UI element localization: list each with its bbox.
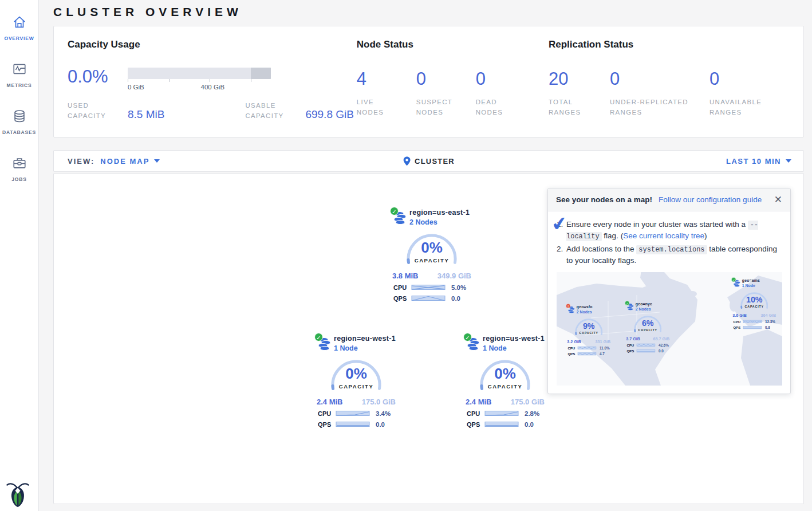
capacity-gauge: 9% CAPACITY xyxy=(573,317,605,336)
cpu-value: 12.3% xyxy=(765,320,775,324)
qps-value: 0.8 xyxy=(765,325,770,329)
capacity-gauge: 0% CAPACITY xyxy=(328,356,385,392)
qps-value: 0.0 xyxy=(525,421,534,428)
live-nodes-stat: 4 LIVE NODES xyxy=(357,70,416,118)
capacity-percent: 0% xyxy=(476,365,534,383)
cpu-row: CPU 2.8% xyxy=(462,410,548,417)
qps-row: QPS 0.8 xyxy=(731,325,778,329)
region-name: region=us-west-1 xyxy=(483,333,548,343)
region-card[interactable]: ✓ region=us-east-1 2 Nodes xyxy=(389,207,475,302)
qps-sparkline xyxy=(577,352,597,356)
region-card[interactable]: ✓ region=us-west-1 1 Node xyxy=(462,333,548,428)
capacity-label: CAPACITY xyxy=(739,305,770,308)
sidebar-item-jobs[interactable]: JOBS xyxy=(0,148,38,188)
region-name: geo=sfo xyxy=(577,304,613,309)
cpu-value: 42.6% xyxy=(659,343,669,347)
region-name: geo=ams xyxy=(742,277,778,282)
suspect-nodes-stat: 0 SUSPECT NODES xyxy=(416,70,476,118)
usable-capacity-stat: USABLE CAPACITY 699.8 GiB xyxy=(245,101,354,121)
qps-value: 0.0 xyxy=(451,295,460,302)
cpu-sparkline xyxy=(577,346,597,350)
configuration-guide-link[interactable]: Follow our configuration guide xyxy=(659,195,762,204)
status-badge: ✓ xyxy=(625,301,629,305)
view-label: VIEW: xyxy=(68,157,94,166)
breadcrumb[interactable]: CLUSTER xyxy=(403,151,455,171)
qps-sparkline xyxy=(743,325,762,329)
capacity-label: CAPACITY xyxy=(403,257,460,264)
qps-row: QPS 0.0 xyxy=(313,420,399,428)
replication-status-section: Replication Status 20 TOTAL RANGES 0 UND… xyxy=(549,39,790,137)
capacity-label: CAPACITY xyxy=(573,331,605,335)
region-card[interactable]: ! geo=sfo 2 Nodes xyxy=(565,304,613,356)
region-nodes-link: 1 Node xyxy=(742,284,778,288)
capacity-tick-label: 0 GiB xyxy=(128,84,144,91)
home-icon xyxy=(12,15,27,30)
capacity-percent: 0% xyxy=(328,365,385,383)
capacity-usage-title: Capacity Usage xyxy=(68,39,357,50)
region-total-capacity: 175.0 GiB xyxy=(511,398,545,406)
qps-value: 0.0 xyxy=(376,421,385,428)
cpu-value: 2.8% xyxy=(525,410,539,417)
capacity-label: CAPACITY xyxy=(476,383,534,390)
cpu-value: 11.0% xyxy=(600,346,610,350)
region-nodes-link[interactable]: 1 Node xyxy=(483,344,548,352)
cpu-row: CPU 12.3% xyxy=(731,320,778,324)
cpu-sparkline xyxy=(484,410,519,417)
region-used-capacity: 3.2 GiB xyxy=(567,339,581,344)
locality-tree-link[interactable]: See current locality tree xyxy=(623,231,704,240)
cpu-row: CPU 3.4% xyxy=(313,410,399,417)
capacity-percent: 10% xyxy=(739,295,770,305)
region-nodes-link[interactable]: 2 Nodes xyxy=(409,218,475,226)
page-title: CLUSTER OVERVIEW xyxy=(53,0,804,26)
region-total-capacity: 349.9 GiB xyxy=(437,272,471,280)
capacity-usage-section: Capacity Usage 0.0% 0 GiB 400 Gi xyxy=(68,39,357,137)
cpu-sparkline xyxy=(743,320,762,324)
capacity-gauge: 6% CAPACITY xyxy=(632,314,664,333)
sidebar-item-metrics[interactable]: METRICS xyxy=(0,54,38,94)
main-content: CLUSTER OVERVIEW Capacity Usage 0.0% xyxy=(39,0,812,504)
used-capacity-stat: USED CAPACITY 8.5 MiB xyxy=(68,101,164,121)
capacity-label: CAPACITY xyxy=(632,328,664,332)
region-total-capacity: 65.7 GiB xyxy=(653,336,670,341)
capacity-percent: 6% xyxy=(632,319,664,328)
sidebar-item-databases[interactable]: DATABASES xyxy=(0,101,38,141)
region-used-capacity: 2.4 MiB xyxy=(466,398,492,406)
cpu-row: CPU 5.0% xyxy=(389,284,475,291)
metrics-icon xyxy=(12,62,27,77)
status-badge: ✓ xyxy=(731,277,736,282)
time-range-dropdown[interactable]: LAST 10 MIN xyxy=(726,157,791,166)
cpu-sparkline xyxy=(636,343,656,347)
node-map-panel: ✓ region=us-east-1 2 Nodes xyxy=(53,173,804,504)
region-card[interactable]: ✓ geo=ams 1 Node xyxy=(731,277,778,329)
popup-step-1: 1. Ensure every node in your cluster was… xyxy=(557,219,781,242)
capacity-percent: 0% xyxy=(403,239,460,257)
qps-row: QPS 4.7 xyxy=(565,352,613,356)
region-card[interactable]: ✓ region=eu-west-1 1 Node xyxy=(313,333,399,428)
region-used-capacity: 3.8 MiB xyxy=(392,272,419,280)
sidebar-item-overview[interactable]: OVERVIEW xyxy=(0,7,38,47)
view-dropdown[interactable]: VIEW: NODE MAP xyxy=(68,157,160,166)
capacity-label: CAPACITY xyxy=(328,383,385,390)
region-total-capacity: 364 GiB xyxy=(761,313,776,317)
region-total-capacity: 175.0 GiB xyxy=(362,398,396,406)
region-used-capacity: 3.6 GiB xyxy=(732,313,747,317)
check-mark-icon: ✔ xyxy=(550,211,569,235)
status-badge: ! xyxy=(566,304,570,308)
capacity-gauge: 0% CAPACITY xyxy=(476,356,534,392)
map-pin-icon xyxy=(403,156,411,166)
region-nodes-link[interactable]: 1 Node xyxy=(334,344,399,352)
status-badge: ✓ xyxy=(463,333,472,341)
region-name: region=eu-west-1 xyxy=(334,333,399,343)
region-name: region=us-east-1 xyxy=(409,207,475,217)
popup-body: ✔ 1. Ensure every node in your cluster w… xyxy=(548,211,790,394)
view-value: NODE MAP xyxy=(100,157,149,166)
cockroachdb-logo[interactable] xyxy=(6,480,29,508)
node-status-title: Node Status xyxy=(357,39,549,50)
sidebar: OVERVIEW METRICS DATABASES JOBS xyxy=(0,0,39,511)
capacity-gauge: 0% CAPACITY xyxy=(403,230,460,266)
jobs-icon xyxy=(12,156,27,171)
cpu-value: 3.4% xyxy=(376,410,391,417)
qps-row: QPS 0.0 xyxy=(462,420,548,428)
close-icon[interactable]: ✕ xyxy=(774,195,782,205)
region-card[interactable]: ✓ geo=nyc 2 Nodes xyxy=(624,301,672,353)
